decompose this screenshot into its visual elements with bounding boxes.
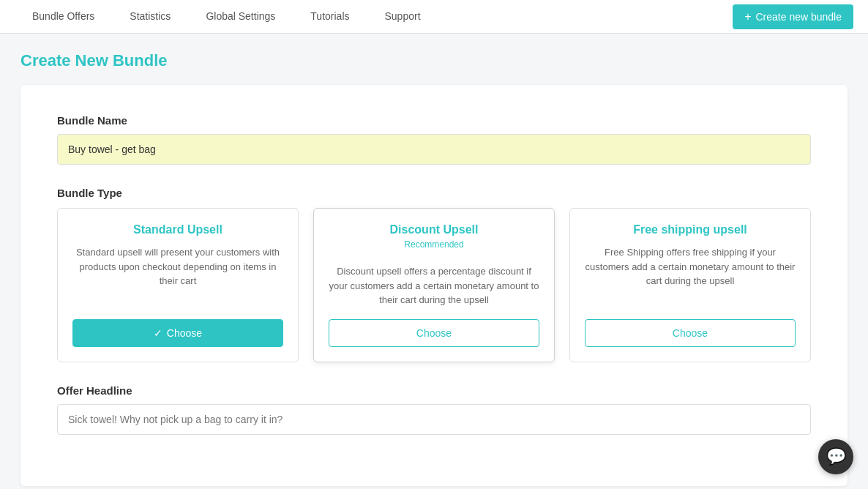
standard-upsell-btn-label: Choose bbox=[167, 327, 202, 339]
bundle-type-field-group: Bundle Type Standard Upsell Standard ups… bbox=[57, 187, 811, 362]
standard-upsell-choose-button[interactable]: ✓ Choose bbox=[72, 319, 283, 347]
nav-global-settings[interactable]: Global Settings bbox=[188, 0, 293, 34]
bundle-name-input[interactable] bbox=[57, 134, 811, 165]
free-shipping-upsell-desc: Free Shipping offers free shipping if yo… bbox=[585, 245, 796, 307]
offer-headline-label: Offer Headline bbox=[57, 384, 811, 397]
offer-headline-input[interactable] bbox=[57, 404, 811, 435]
bundle-name-label: Bundle Name bbox=[57, 114, 811, 127]
nav-bundle-offers[interactable]: Bundle Offers bbox=[15, 0, 112, 34]
bundle-type-grid: Standard Upsell Standard upsell will pre… bbox=[57, 208, 811, 362]
standard-upsell-desc: Standard upsell will present your custom… bbox=[72, 245, 283, 307]
nav-support[interactable]: Support bbox=[367, 0, 438, 34]
discount-upsell-title: Discount Upsell bbox=[390, 223, 479, 236]
plus-icon: + bbox=[744, 10, 751, 23]
page-title: Create New Bundle bbox=[20, 51, 848, 70]
discount-upsell-choose-button[interactable]: Choose bbox=[329, 319, 539, 347]
bundle-card-free-shipping-upsell: Free shipping upsell Free Shipping offer… bbox=[569, 208, 811, 362]
free-shipping-upsell-btn-label: Choose bbox=[673, 327, 708, 339]
top-navigation: Bundle Offers Statistics Global Settings… bbox=[0, 0, 868, 34]
bundle-card-standard-upsell: Standard Upsell Standard upsell will pre… bbox=[57, 208, 299, 362]
create-new-bundle-button[interactable]: + Create new bundle bbox=[733, 4, 853, 29]
standard-upsell-title: Standard Upsell bbox=[133, 223, 222, 236]
discount-upsell-desc: Discount upsell offers a percentage disc… bbox=[329, 264, 539, 307]
chat-icon: 💬 bbox=[826, 447, 846, 466]
discount-upsell-recommended: Recommended bbox=[404, 239, 463, 250]
bundle-type-label: Bundle Type bbox=[57, 187, 811, 199]
discount-upsell-btn-label: Choose bbox=[416, 327, 452, 339]
free-shipping-upsell-choose-button[interactable]: Choose bbox=[585, 319, 796, 347]
offer-headline-field-group: Offer Headline bbox=[57, 384, 811, 435]
bundle-card-discount-upsell: Discount Upsell Recommended Discount ups… bbox=[313, 208, 555, 362]
checkmark-icon: ✓ bbox=[154, 327, 162, 339]
chat-button[interactable]: 💬 bbox=[818, 439, 853, 474]
nav-tutorials[interactable]: Tutorials bbox=[293, 0, 367, 34]
nav-statistics[interactable]: Statistics bbox=[112, 0, 188, 34]
page-content: Create New Bundle Bundle Name Bundle Typ… bbox=[0, 34, 868, 489]
form-card: Bundle Name Bundle Type Standard Upsell … bbox=[20, 85, 848, 486]
free-shipping-upsell-title: Free shipping upsell bbox=[633, 223, 747, 236]
bundle-name-field-group: Bundle Name bbox=[57, 114, 811, 165]
create-bundle-btn-label: Create new bundle bbox=[755, 11, 842, 23]
nav-links: Bundle Offers Statistics Global Settings… bbox=[15, 0, 733, 34]
